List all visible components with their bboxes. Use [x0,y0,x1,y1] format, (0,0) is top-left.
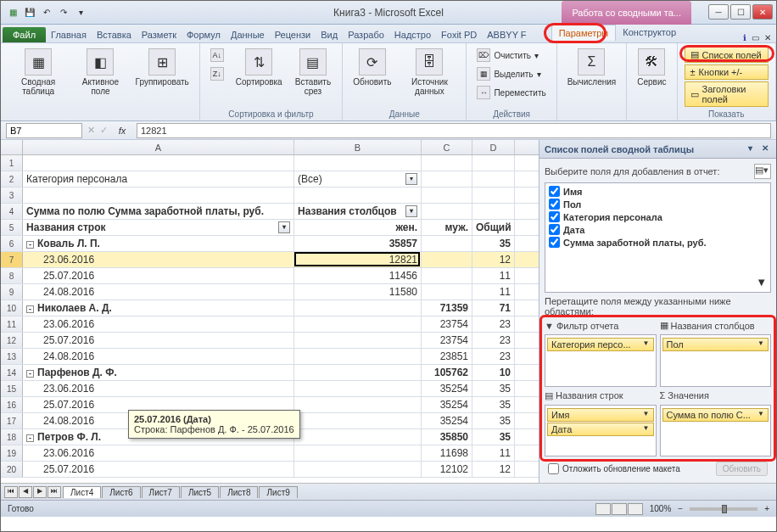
field-item[interactable]: Дата [547,223,769,236]
tab-home[interactable]: Главная [46,27,92,42]
row-header[interactable]: 13 [1,349,23,364]
cell[interactable]: 35850 [422,429,472,445]
col-header-C[interactable]: C [422,140,472,154]
pane-layout-button[interactable]: ▤▾ [754,164,771,179]
cell[interactable] [422,171,472,187]
cell[interactable]: 35 [472,381,515,396]
pivot-table-button[interactable]: ▦Сводная таблица [8,47,69,98]
cell[interactable] [23,155,294,171]
minimize-button[interactable]: ─ [708,4,729,20]
slicer-button[interactable]: ▤Вставить срез [291,47,335,98]
cell[interactable] [422,284,472,300]
sheet-tab[interactable]: Лист8 [220,486,258,498]
cell[interactable]: муж. [422,220,472,235]
tab-layout[interactable]: Разметк [137,27,182,42]
col-header-B[interactable]: B [294,140,422,154]
field-checkbox[interactable] [549,211,560,222]
pane-dropdown-icon[interactable]: ▾ [744,143,756,155]
field-chip[interactable]: Сумма по полю С...▼ [662,408,769,422]
cell[interactable] [422,252,472,267]
row-header[interactable]: 17 [1,413,23,428]
expand-toggle[interactable]: - [26,241,34,249]
tab-insert[interactable]: Вставка [92,27,137,42]
field-item[interactable]: Имя [547,185,769,198]
row-header[interactable]: 15 [1,381,23,396]
row-header[interactable]: 4 [1,204,23,219]
cell[interactable]: 23851 [422,349,472,364]
row-header[interactable]: 2 [1,171,23,187]
expand-toggle[interactable]: - [26,370,34,378]
field-checkbox[interactable] [549,199,560,210]
cell[interactable] [294,333,422,348]
cell[interactable]: 35 [472,236,515,251]
field-checkbox[interactable] [549,237,560,248]
cell[interactable]: 11 [472,284,515,300]
field-chip[interactable]: Пол▼ [662,338,769,351]
cell[interactable] [422,155,472,171]
zoom-slider[interactable] [690,507,757,511]
filter-icon[interactable]: ▼ [756,276,767,288]
cell[interactable]: 35 [472,429,515,445]
row-header[interactable]: 19 [1,445,23,461]
cell[interactable]: 23.06.2016 [23,381,294,396]
row-header[interactable]: 1 [1,155,23,171]
cell[interactable] [472,171,515,187]
cell[interactable]: 11 [472,268,515,283]
field-headers-button[interactable]: ▭Заголовки полей [685,81,769,107]
tab-data[interactable]: Данные [226,27,270,42]
help-icon[interactable]: ℹ [743,33,746,42]
field-chip[interactable]: Дата▼ [547,423,654,436]
cell[interactable] [294,381,422,396]
row-header[interactable]: 16 [1,397,23,412]
cell[interactable]: 23754 [422,316,472,332]
formula-bar[interactable]: 12821 [137,123,771,138]
cell[interactable] [422,236,472,251]
cell[interactable]: -Парфенов Д. Ф. [23,365,294,380]
sort-az-button[interactable]: A↓ [207,47,227,64]
row-header[interactable]: 6 [1,236,23,251]
tab-developer[interactable]: Разрабо [343,27,389,42]
field-list-button[interactable]: ▤Список полей [685,47,769,63]
cell[interactable]: 11698 [422,445,472,461]
sheet-tab[interactable]: Лист5 [181,486,219,498]
sort-button[interactable]: ⇅Сортировка [232,47,286,88]
cell[interactable]: Общий и [472,220,515,235]
cell[interactable] [294,316,422,332]
select-button[interactable]: ▦Выделить ▾ [473,65,549,82]
redo-icon[interactable]: ↷ [57,6,70,20]
cell[interactable] [472,155,515,171]
cell[interactable]: 23 [472,349,515,364]
tab-options[interactable]: Параметры [551,25,617,41]
cell[interactable] [294,429,422,445]
sheet-tab[interactable]: Лист7 [142,486,180,498]
cancel-formula-icon[interactable]: ✕ [87,125,95,136]
cell[interactable] [422,204,472,219]
area-rows[interactable]: Имя▼Дата▼ [545,405,657,457]
zoom-value[interactable]: 100% [650,504,672,513]
maximize-button[interactable]: ☐ [730,4,751,20]
row-header[interactable]: 3 [1,188,23,203]
select-all-corner[interactable] [1,140,23,154]
confirm-formula-icon[interactable]: ✓ [100,125,108,136]
cell[interactable]: жен. [294,220,422,235]
sheet-tab[interactable]: Лист9 [259,486,297,498]
cell[interactable] [294,462,422,477]
cell[interactable]: 35254 [422,397,472,412]
row-header[interactable]: 20 [1,462,23,477]
cell[interactable]: 23.06.2016 [23,445,294,461]
expand-buttons-button[interactable]: ±Кнопки +/- [685,64,769,80]
cell[interactable]: 23 [472,333,515,348]
sheet-nav-prev[interactable]: ◀ [19,486,32,498]
view-normal[interactable] [595,503,611,515]
cell[interactable] [23,188,294,203]
cell[interactable]: 35857 [294,236,422,251]
filter-button[interactable]: ▾ [405,205,417,217]
cell[interactable] [294,413,422,428]
tab-view[interactable]: Вид [316,27,343,42]
qat-more-icon[interactable]: ▾ [74,6,87,20]
name-box[interactable] [6,123,82,138]
cell[interactable]: -Николаев А. Д. [23,300,294,316]
cell[interactable]: 35254 [422,413,472,428]
cell[interactable]: 23754 [422,333,472,348]
field-checkbox[interactable] [549,224,560,235]
